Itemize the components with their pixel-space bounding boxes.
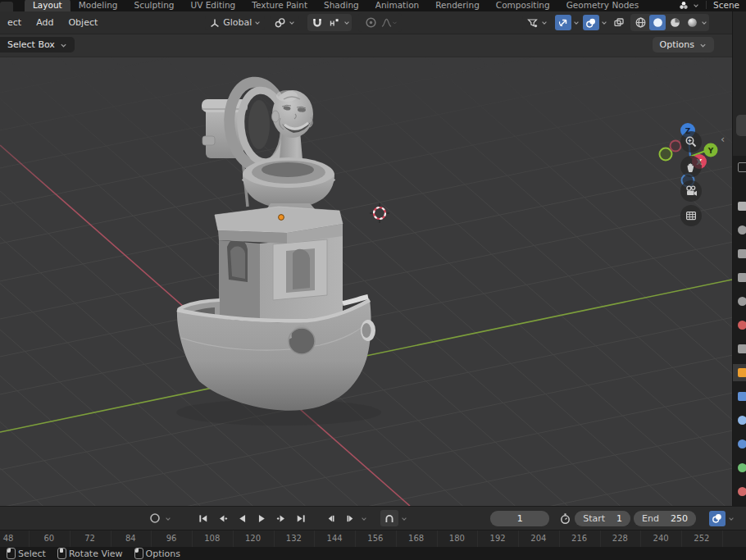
current-frame-value: 1 xyxy=(517,513,523,524)
snap-target-dropdown[interactable] xyxy=(326,15,343,30)
show-gizmos-toggle[interactable] xyxy=(555,15,571,30)
xray-toggle[interactable] xyxy=(611,15,627,30)
properties-tab-view-layer-icon[interactable] xyxy=(738,273,746,282)
scene-selector[interactable]: Scene xyxy=(673,0,746,11)
jump-to-start-button[interactable] xyxy=(193,510,212,526)
workspace-tab-shading[interactable]: Shading xyxy=(316,0,367,11)
play-button[interactable] xyxy=(252,510,271,526)
transform-orientation-dropdown[interactable]: Global xyxy=(205,16,265,30)
properties-tab-render-icon[interactable] xyxy=(738,225,746,234)
workspace-tab-modeling[interactable]: Modeling xyxy=(71,0,126,11)
step-forward-button[interactable] xyxy=(341,510,359,526)
pivot-point-dropdown[interactable] xyxy=(270,16,299,30)
toggle-ortho-button[interactable] xyxy=(680,205,702,226)
properties-tab-object-icon[interactable] xyxy=(738,368,746,377)
ruler-frame-number: 228 xyxy=(612,534,628,543)
workspace-tab-texture-paint[interactable]: Texture Paint xyxy=(243,0,316,11)
menu-select-cropped[interactable]: ect xyxy=(0,17,29,28)
active-tool-dropdown[interactable]: Select Box xyxy=(0,37,75,52)
properties-tab-strip xyxy=(733,156,746,506)
show-overlays-toggle[interactable] xyxy=(583,15,599,30)
workspace-tab-compositing[interactable]: Compositing xyxy=(488,0,558,11)
ruler-tick xyxy=(29,530,30,547)
jump-to-start-icon xyxy=(198,513,208,524)
status-bar: Select Rotate View Options xyxy=(0,547,746,560)
properties-tab-output-icon[interactable] xyxy=(738,249,746,258)
viewport-canvas xyxy=(0,57,732,506)
sidebar-collapse-arrow[interactable]: ‹ xyxy=(721,133,725,145)
chevron-down-icon xyxy=(392,20,398,25)
properties-tab-material-icon[interactable] xyxy=(738,487,746,496)
properties-tab-world-icon[interactable] xyxy=(738,321,746,330)
properties-tab-modifiers-icon[interactable] xyxy=(738,392,746,401)
shading-material-button[interactable] xyxy=(666,15,683,30)
view-object-types-filter-icon xyxy=(526,17,539,29)
ruler-tick xyxy=(355,530,356,547)
view-object-types-dropdown[interactable] xyxy=(522,16,552,30)
playback-controls xyxy=(193,510,310,526)
auto-keying-toggle[interactable] xyxy=(146,510,164,526)
transform-orientation-icon xyxy=(209,17,221,29)
snap-magnet-toggle[interactable] xyxy=(309,15,325,30)
current-frame-field[interactable]: 1 xyxy=(490,511,549,526)
ruler-frame-number: 204 xyxy=(530,534,546,543)
step-back-button[interactable] xyxy=(321,510,339,526)
pan-button[interactable] xyxy=(680,156,702,177)
ruler-tick xyxy=(274,530,275,547)
jump-to-end-button[interactable] xyxy=(292,510,310,526)
falloff-dropdown[interactable] xyxy=(381,15,398,30)
scene-name[interactable]: Scene xyxy=(713,0,739,10)
xray-toggle-icon xyxy=(613,17,625,29)
jump-to-next-keyframe-button[interactable] xyxy=(272,510,290,526)
workspace-tab-geometry-nodes[interactable]: Geometry Nodes xyxy=(558,0,648,11)
viewport-header: ect Add Object Global xyxy=(0,11,732,34)
auto-keying-record-icon xyxy=(149,512,161,524)
tool-options-dropdown[interactable]: Options xyxy=(653,37,714,52)
ruler-frame-number: 156 xyxy=(367,534,383,543)
3d-viewport[interactable]: Z Y X xyxy=(0,57,732,506)
menu-add[interactable]: Add xyxy=(29,17,61,28)
proportional-editing-toggle[interactable] xyxy=(362,15,379,30)
jump-to-prev-keyframe-button[interactable] xyxy=(213,510,231,526)
properties-tab-scene-icon[interactable] xyxy=(738,297,746,306)
timeline-view-toggle[interactable] xyxy=(709,511,726,526)
workspace-tab-uv-editing[interactable]: UV Editing xyxy=(183,0,244,11)
app-menu-button[interactable] xyxy=(0,2,13,11)
properties-tab-object-relations-icon[interactable] xyxy=(738,344,746,353)
preview-range-toggle[interactable] xyxy=(380,510,398,526)
workspace-tab-sculpting[interactable]: Sculpting xyxy=(125,0,182,11)
zoom-button[interactable] xyxy=(680,131,702,153)
ruler-frame-number: 72 xyxy=(84,534,95,543)
properties-tab-object-constraints-icon[interactable] xyxy=(738,463,746,472)
shading-solid-button[interactable] xyxy=(649,15,666,30)
orientation-label: Global xyxy=(223,17,252,28)
chevron-down-icon xyxy=(401,516,407,521)
end-frame-field[interactable]: End 250 xyxy=(634,511,696,526)
ruler-tick xyxy=(681,530,682,547)
blender-window: LayoutModelingSculptingUV EditingTexture… xyxy=(0,0,746,560)
outliner-item-stub[interactable] xyxy=(736,115,746,136)
workspace-tab-layout[interactable]: Layout xyxy=(25,0,71,11)
ruler-tick xyxy=(396,530,397,547)
workspace-tab-animation[interactable]: Animation xyxy=(367,0,428,11)
pivot-point-icon xyxy=(274,17,286,29)
shading-wireframe-button[interactable] xyxy=(632,15,648,30)
menu-object[interactable]: Object xyxy=(61,17,105,28)
benchy-skibidi-model[interactable] xyxy=(176,80,381,426)
editor-type-icon[interactable] xyxy=(738,162,746,172)
topbar: LayoutModelingSculptingUV EditingTexture… xyxy=(0,0,746,11)
start-frame-field[interactable]: Start 1 xyxy=(575,511,630,526)
shading-mode-group xyxy=(630,14,709,31)
shading-rendered-button[interactable] xyxy=(684,15,700,30)
object-origin-dot xyxy=(279,215,284,221)
properties-tab-physics-icon[interactable] xyxy=(738,439,746,448)
properties-tab-tool-icon[interactable] xyxy=(738,202,746,211)
play-reverse-button[interactable] xyxy=(233,510,251,526)
workspace-tab-rendering[interactable]: Rendering xyxy=(427,0,488,11)
show-gizmos-icon xyxy=(557,17,569,29)
timeline-ruler[interactable]: 4860728496108120132144156168180192204216… xyxy=(0,530,746,547)
preview-range-group xyxy=(380,510,407,526)
properties-tab-particles-icon[interactable] xyxy=(738,416,746,425)
3d-cursor xyxy=(370,203,389,223)
camera-view-button[interactable] xyxy=(680,180,702,202)
